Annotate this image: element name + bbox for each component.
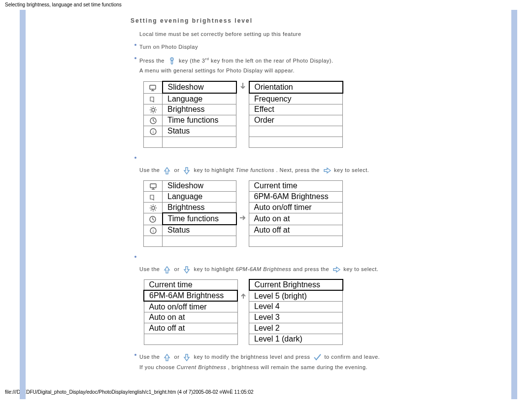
svg-line-28 [151, 206, 152, 206]
bullet-icon [134, 354, 136, 356]
text-part: key to modify the brightness level and p… [194, 354, 312, 360]
svg-line-31 [155, 206, 156, 206]
svg-line-30 [151, 209, 152, 210]
svg-text:i: i [153, 229, 154, 234]
menu-item: Time functions [163, 115, 236, 126]
step-press-key: Press the key (the 3rd key from the left… [139, 55, 520, 76]
svg-line-34 [153, 219, 154, 220]
arrow-between [236, 213, 249, 225]
intro-text: Local time must be set correctly before … [139, 31, 520, 37]
svg-rect-20 [150, 184, 156, 188]
step-highlight-time: Use the or key to highlight Time functio… [139, 155, 520, 175]
text-part: key to highlight [194, 266, 235, 272]
up-arrow-icon [163, 166, 171, 175]
text-part: or [174, 167, 181, 173]
text-part: or [174, 354, 181, 360]
svg-line-13 [151, 112, 152, 113]
menu-item: Orientation [249, 81, 343, 93]
text-part: Use the [139, 167, 162, 173]
menu-item: Frequency [249, 93, 343, 104]
up-arrow-icon [163, 353, 171, 362]
menu-item: 6PM-6AM Brightness [249, 191, 342, 202]
text-part: and press the [293, 266, 329, 272]
text-part: key to highlight [194, 167, 235, 173]
right-arrow-icon [323, 166, 332, 175]
down-arrow-icon [182, 166, 191, 175]
menu-item: Language [163, 191, 236, 202]
status-icon: i [149, 227, 157, 235]
text-part: . Next, press the [276, 167, 321, 173]
bullet-icon [134, 157, 136, 159]
menu-item: Level 1 (dark) [249, 334, 343, 344]
menu-item: Language [163, 93, 236, 104]
menu-item: Order [249, 115, 343, 126]
status-icon: i [149, 128, 157, 136]
svg-line-17 [153, 121, 155, 122]
right-arrow-icon [332, 265, 341, 274]
slideshow-icon [149, 84, 157, 92]
svg-line-11 [151, 107, 152, 108]
brightness-icon [149, 204, 157, 212]
menu-item: Auto on/off timer [249, 202, 342, 213]
svg-line-12 [155, 112, 156, 113]
arrow-between [236, 81, 249, 93]
time-icon [149, 215, 157, 223]
step-text: Turn on Photo Display [139, 44, 198, 50]
page-footer-path: file:///D|/EDFU/Digital_photo_Display/ed… [0, 388, 532, 396]
settings-key-icon [167, 57, 176, 66]
svg-line-14 [155, 107, 156, 108]
step-modify-brightness: Use the or key to modify the brightness … [139, 352, 520, 373]
slideshow-icon [149, 182, 157, 190]
menu-item: Level 2 [249, 323, 343, 334]
menu-item [249, 126, 343, 137]
menu-item: Auto on at [249, 213, 342, 225]
menu-table-3: Current time Current Brightness 6PM-6AM … [143, 279, 520, 345]
menu-item: Status [163, 225, 236, 236]
italic-text: 6PM-6AM Brightness [235, 266, 291, 272]
menu-item: Auto off at [249, 225, 342, 236]
text-part: Press the [139, 58, 166, 64]
section-heading: Setting evening brightness level [131, 17, 520, 24]
text-part: to confirm and leave. [325, 354, 380, 360]
arrow-between [237, 290, 249, 301]
bullet-icon [134, 256, 136, 258]
menu-item: Level 4 [249, 301, 343, 312]
menu-item [144, 334, 237, 344]
menu-item-selected: 6PM-6AM Brightness [144, 290, 237, 301]
menu-item: Level 3 [249, 312, 343, 323]
menu-item-selected: Time functions [163, 213, 236, 225]
brightness-icon [149, 106, 157, 114]
menu-item: Slideshow [163, 180, 236, 191]
menu-item: Auto off at [144, 323, 237, 334]
text-part: Use the [139, 266, 162, 272]
svg-point-6 [152, 108, 155, 111]
menu-item-selected: Current Brightness [249, 279, 343, 290]
step-highlight-brightness: Use the or key to highlight 6PM-6AM Brig… [139, 254, 520, 274]
language-icon [149, 95, 157, 103]
svg-rect-3 [150, 85, 156, 89]
menu-item: Effect [249, 104, 343, 115]
step-turn-on: Turn on Photo Display [139, 42, 520, 52]
italic-text: Time functions [235, 167, 274, 173]
text-part: key from the left on the rear of Photo D… [209, 58, 333, 64]
menu-item: Status [163, 126, 236, 137]
text-part: key (the 3 [179, 58, 205, 64]
menu-item: Current time [144, 279, 237, 290]
menu-item: Level 5 (bright) [249, 290, 343, 301]
menu-item: Current time [249, 180, 342, 191]
text-part: key to select. [343, 266, 378, 272]
menu-item: Auto on at [144, 312, 237, 323]
svg-point-23 [152, 206, 155, 209]
down-arrow-icon [182, 265, 191, 274]
up-arrow-icon [163, 265, 171, 274]
language-icon [149, 193, 157, 201]
main-content: Setting evening brightness level Local t… [131, 9, 520, 385]
text-part: A menu with general settings for Photo D… [139, 68, 295, 73]
menu-item: Slideshow [163, 81, 236, 93]
italic-text: Current Brightness [177, 364, 227, 370]
svg-text:i: i [153, 130, 154, 135]
menu-item: Auto on/off timer [144, 301, 237, 312]
menu-item: Brightness [163, 104, 236, 115]
svg-line-29 [155, 209, 156, 210]
text-part: , brightness will remain the same during… [228, 364, 367, 370]
